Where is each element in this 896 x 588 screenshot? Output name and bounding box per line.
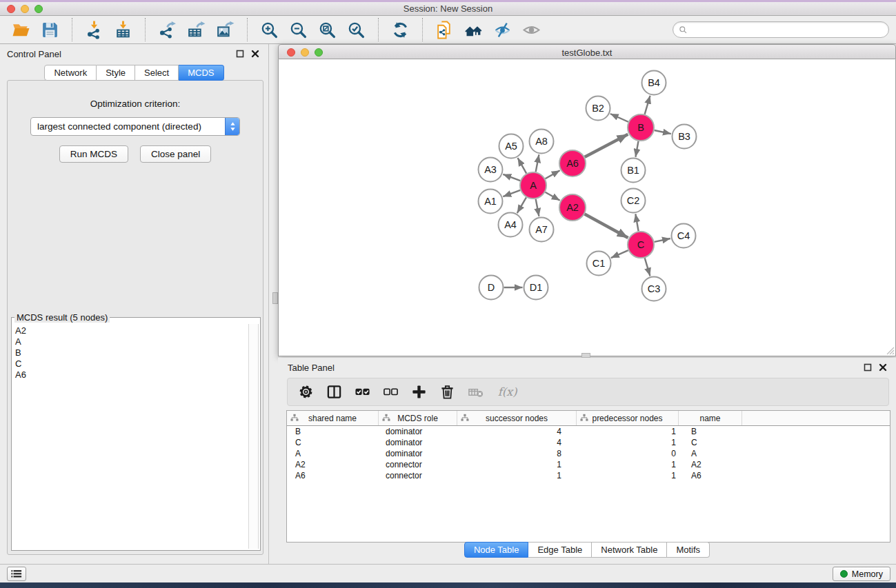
save-session-icon[interactable]: [39, 19, 61, 41]
column-header-name[interactable]: name: [679, 411, 742, 425]
search-input[interactable]: [691, 24, 883, 36]
table-cell[interactable]: 1: [577, 459, 679, 470]
table-cell[interactable]: 4: [457, 437, 577, 448]
zoom-out-icon[interactable]: [288, 19, 310, 41]
table-cell[interactable]: B: [679, 426, 742, 437]
export-image-icon[interactable]: [215, 19, 237, 41]
table-cell[interactable]: connector: [379, 470, 457, 481]
refresh-icon[interactable]: [390, 19, 412, 41]
edge-A-A1[interactable]: [503, 190, 520, 196]
edge-A-A6[interactable]: [545, 170, 559, 179]
mcds-result-item[interactable]: A: [15, 336, 248, 347]
settings-gear-icon[interactable]: [297, 383, 315, 401]
mcds-result-item[interactable]: A2: [15, 325, 248, 336]
table-cell[interactable]: A6: [287, 470, 379, 481]
table-cell[interactable]: C: [679, 437, 742, 448]
network-window-titlebar[interactable]: testGlobe.txt: [278, 44, 896, 59]
import-network-icon[interactable]: [83, 19, 106, 41]
zoom-selected-icon[interactable]: [346, 19, 368, 41]
column-header-successor-nodes[interactable]: successor nodes: [457, 411, 577, 425]
session-file-icon[interactable]: [434, 19, 456, 41]
tab-node-table[interactable]: Node Table: [464, 542, 529, 558]
table-cell[interactable]: A2: [679, 459, 742, 470]
table-row[interactable]: Bdominator41B: [287, 426, 890, 437]
search-box[interactable]: [673, 21, 889, 38]
close-panel-button[interactable]: Close panel: [140, 145, 211, 163]
table-cell[interactable]: 1: [457, 470, 577, 481]
tab-edge-table[interactable]: Edge Table: [528, 542, 592, 558]
mcds-result-item[interactable]: A6: [15, 369, 248, 381]
edge-B-B3[interactable]: [655, 130, 671, 134]
edge-A-A3[interactable]: [503, 174, 520, 181]
table-row[interactable]: Adominator80A: [287, 448, 890, 459]
close-panel-icon[interactable]: [250, 48, 261, 59]
float-panel-icon[interactable]: [235, 48, 246, 59]
task-history-button[interactable]: [7, 567, 26, 581]
column-header-predecessor-nodes[interactable]: predecessor nodes: [577, 411, 679, 425]
memory-button[interactable]: Memory: [833, 567, 890, 581]
table-row[interactable]: A6connector11A6: [287, 470, 890, 481]
split-panel-icon[interactable]: [326, 383, 343, 401]
edge-C-C3[interactable]: [645, 258, 650, 276]
show-graphics-details-icon[interactable]: [521, 19, 543, 41]
edge-A-A2[interactable]: [545, 192, 559, 201]
edge-A-A8[interactable]: [536, 154, 539, 172]
table-row[interactable]: A2connector11A2: [287, 459, 890, 470]
tab-network-table[interactable]: Network Table: [592, 542, 667, 558]
open-file-icon[interactable]: [10, 19, 32, 41]
column-header-mcds-role[interactable]: MCDS role: [379, 411, 457, 425]
table-cell[interactable]: 8: [457, 448, 577, 459]
table-cell[interactable]: dominator: [379, 448, 457, 459]
window-resize-grip[interactable]: [885, 345, 895, 355]
table-cell[interactable]: C: [287, 437, 379, 448]
result-scrollbar[interactable]: [248, 324, 259, 549]
delete-column-icon[interactable]: [439, 383, 456, 401]
tab-motifs[interactable]: Motifs: [667, 542, 710, 558]
zoom-fit-icon[interactable]: [317, 19, 339, 41]
table-cell[interactable]: A: [679, 448, 742, 459]
import-table-icon[interactable]: [112, 19, 135, 41]
edge-A2-C[interactable]: [585, 214, 628, 238]
mcds-result-item[interactable]: C: [15, 358, 248, 369]
hide-graphics-details-icon[interactable]: [492, 19, 514, 41]
table-cell[interactable]: 1: [577, 426, 679, 437]
edge-A6-B[interactable]: [585, 134, 628, 157]
add-column-icon[interactable]: [410, 383, 428, 401]
zoom-in-icon[interactable]: [259, 19, 281, 41]
tab-style[interactable]: Style: [97, 65, 135, 81]
table-cell[interactable]: 0: [577, 448, 679, 459]
deselect-all-icon[interactable]: [382, 383, 399, 401]
close-table-panel-icon[interactable]: [878, 362, 889, 373]
run-mcds-button[interactable]: Run MCDS: [59, 145, 128, 163]
table-cell[interactable]: B: [287, 426, 379, 437]
float-table-panel-icon[interactable]: [863, 362, 874, 373]
export-table-icon[interactable]: [186, 19, 208, 41]
optimization-criterion-select[interactable]: largest connected component (directed): [30, 117, 240, 136]
table-cell[interactable]: A: [287, 448, 379, 459]
table-cell[interactable]: 1: [577, 437, 679, 448]
table-cell[interactable]: 1: [457, 459, 577, 470]
export-network-icon[interactable]: [157, 19, 179, 41]
table-cell[interactable]: 1: [577, 470, 679, 481]
tab-mcds[interactable]: MCDS: [179, 65, 223, 81]
table-cell[interactable]: A6: [679, 470, 742, 481]
select-all-icon[interactable]: [354, 383, 371, 401]
table-cell[interactable]: A2: [287, 459, 379, 470]
edge-A-A5[interactable]: [518, 158, 527, 174]
network-canvas[interactable]: B4B2BB3A8A5A6B1A3AA1C2A2A4A7C4CC1C3DD1: [278, 59, 896, 356]
horizontal-splitter-grip[interactable]: [581, 353, 590, 358]
vertical-splitter-grip[interactable]: [272, 292, 278, 304]
table-cell[interactable]: dominator: [379, 437, 457, 448]
tab-network[interactable]: Network: [44, 65, 97, 81]
edge-A-A7[interactable]: [536, 199, 539, 216]
column-header-shared-name[interactable]: shared name: [287, 411, 379, 425]
tab-select[interactable]: Select: [135, 65, 179, 81]
mcds-result-item[interactable]: B: [15, 347, 248, 358]
home-view-icon[interactable]: [463, 19, 485, 41]
table-cell[interactable]: 4: [457, 426, 577, 437]
edge-C-C4[interactable]: [655, 239, 670, 242]
edge-B-B2[interactable]: [610, 114, 628, 122]
edge-C-C2[interactable]: [635, 214, 638, 231]
edge-C-C1[interactable]: [611, 250, 628, 258]
table-row[interactable]: Cdominator41C: [287, 437, 890, 448]
